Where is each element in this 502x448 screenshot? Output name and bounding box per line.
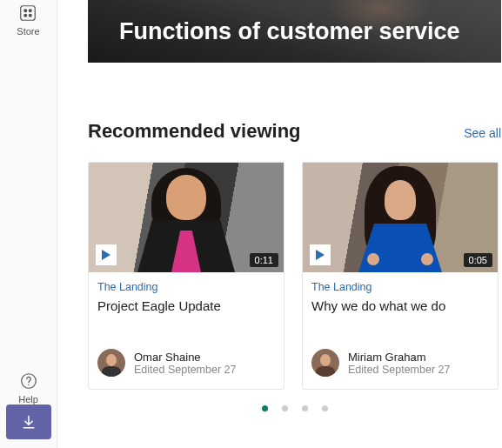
download-icon bbox=[20, 413, 37, 431]
sidebar-item-store[interactable]: Store bbox=[17, 3, 39, 37]
sidebar-help-label: Help bbox=[18, 394, 38, 405]
edited-date: Edited September 27 bbox=[348, 364, 450, 376]
carousel-dot[interactable] bbox=[262, 405, 268, 411]
sidebar-store-label: Store bbox=[17, 26, 39, 37]
video-thumbnail: 0:05 bbox=[303, 163, 498, 272]
main-content: Functions of customer service Recommende… bbox=[57, 0, 502, 448]
download-button[interactable] bbox=[6, 405, 51, 439]
svg-point-1 bbox=[24, 10, 27, 12]
recommended-cards: 0:11 The Landing Project Eagle Update Om… bbox=[88, 162, 501, 390]
duration-badge: 0:05 bbox=[464, 253, 492, 267]
store-icon bbox=[18, 3, 37, 23]
see-all-link[interactable]: See all bbox=[464, 126, 501, 140]
svg-rect-0 bbox=[21, 6, 36, 21]
svg-point-6 bbox=[28, 384, 29, 385]
video-title: Why we do what we do bbox=[311, 298, 489, 331]
play-icon bbox=[96, 244, 117, 265]
carousel-dot[interactable] bbox=[322, 405, 328, 411]
svg-point-2 bbox=[30, 10, 32, 12]
author-name: Omar Shaine bbox=[134, 351, 236, 364]
recommended-header: Recommended viewing See all bbox=[88, 120, 501, 143]
video-category: The Landing bbox=[97, 281, 275, 293]
play-icon bbox=[310, 244, 331, 265]
hero-title: Functions of customer service bbox=[119, 18, 460, 45]
avatar bbox=[311, 349, 339, 377]
help-icon bbox=[19, 371, 38, 391]
sidebar-item-help[interactable]: Help bbox=[18, 371, 38, 405]
avatar bbox=[97, 349, 125, 377]
hero-banner[interactable]: Functions of customer service bbox=[88, 0, 501, 63]
carousel-dots bbox=[88, 405, 501, 411]
svg-point-3 bbox=[24, 14, 27, 17]
duration-badge: 0:11 bbox=[250, 253, 278, 267]
video-category: The Landing bbox=[311, 281, 489, 293]
edited-date: Edited September 27 bbox=[134, 364, 236, 376]
sidebar: Store Help bbox=[0, 0, 57, 448]
carousel-dot[interactable] bbox=[282, 405, 288, 411]
recommended-heading: Recommended viewing bbox=[88, 120, 301, 143]
video-card[interactable]: 0:11 The Landing Project Eagle Update Om… bbox=[88, 162, 284, 390]
svg-point-4 bbox=[30, 14, 32, 17]
carousel-dot[interactable] bbox=[302, 405, 308, 411]
video-thumbnail: 0:11 bbox=[89, 163, 284, 272]
video-card[interactable]: 0:05 The Landing Why we do what we do Mi… bbox=[302, 162, 499, 390]
video-title: Project Eagle Update bbox=[97, 298, 275, 331]
author-name: Miriam Graham bbox=[348, 351, 450, 364]
